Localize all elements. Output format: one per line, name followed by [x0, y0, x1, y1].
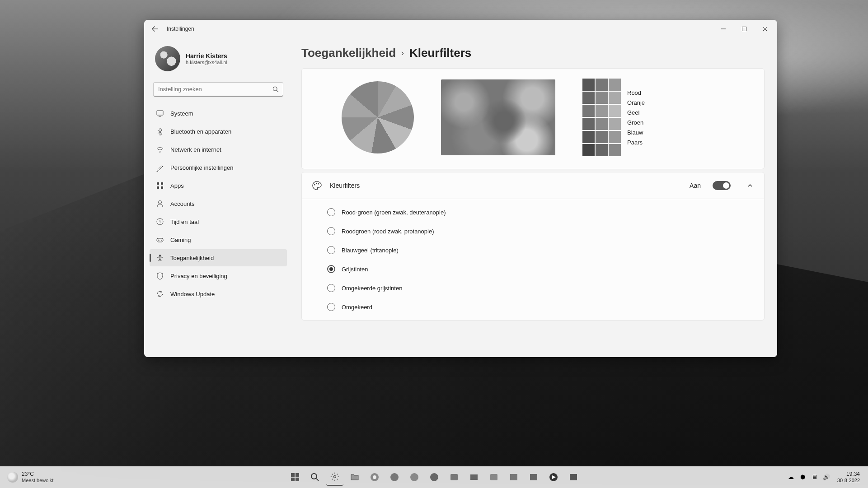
close-button[interactable] [755, 21, 775, 37]
nav-list: SysteemBluetooth en apparatenNetwerk en … [150, 102, 289, 305]
taskbar-app-3[interactable] [465, 469, 483, 486]
tray-network[interactable]: 🖥 [810, 473, 819, 482]
main-content: Toegankelijkheid › Kleurfilters [289, 38, 777, 357]
colorfilter-toggle[interactable] [713, 181, 731, 190]
tray-app[interactable]: ⬢ [798, 473, 807, 482]
filter-option-label: Omgekeerd [342, 304, 372, 311]
taskbar-app-6[interactable] [525, 469, 542, 486]
app-icon [489, 473, 498, 482]
svg-point-2 [273, 87, 277, 91]
svg-point-25 [333, 476, 336, 478]
svg-point-14 [161, 240, 162, 241]
svg-rect-31 [450, 474, 458, 480]
chevron-right-icon: › [401, 48, 404, 58]
color-label: Blauw [627, 129, 645, 136]
search-icon [310, 473, 319, 482]
sidebar-item-shield[interactable]: Privacy en beveiliging [150, 267, 287, 284]
filter-option[interactable]: Grijstinten [302, 260, 764, 279]
app-icon [469, 473, 479, 482]
sidebar-item-clock[interactable]: Tijd en taal [150, 213, 287, 230]
svg-rect-4 [157, 111, 163, 115]
accessibility-icon [156, 254, 164, 262]
bluetooth-icon [156, 127, 164, 135]
svg-point-28 [390, 473, 399, 481]
sidebar-item-label: Netwerk en internet [170, 146, 221, 153]
filter-card: Kleurfilters Aan Rood-groen (groen zwak,… [301, 172, 765, 321]
sidebar-item-wifi[interactable]: Netwerk en internet [150, 141, 287, 158]
clock-time: 19:34 [846, 471, 860, 477]
maximize-button[interactable] [734, 21, 755, 37]
sidebar-item-bluetooth[interactable]: Bluetooth en apparaten [150, 123, 287, 140]
taskbar-app-5[interactable] [505, 469, 522, 486]
taskbar-settings[interactable] [326, 469, 343, 486]
svg-rect-22 [296, 478, 299, 481]
gamepad-icon [156, 236, 164, 244]
taskbar-app-1[interactable] [426, 469, 443, 486]
tray-onedrive[interactable]: ☁ [787, 473, 796, 482]
sidebar-item-accessibility[interactable]: Toegankelijkheid [150, 249, 287, 266]
back-button[interactable] [146, 21, 164, 37]
filter-option-label: Roodgroen (rood zwak, protanopie) [342, 228, 434, 235]
taskbar-app-2[interactable] [446, 469, 463, 486]
start-button[interactable] [286, 469, 304, 486]
settings-window: Instellingen Harrie Kisters h.kisters@xs… [144, 20, 777, 357]
svg-rect-37 [570, 474, 577, 480]
expand-button[interactable] [746, 183, 754, 188]
svg-point-27 [373, 475, 376, 479]
minimize-button[interactable] [713, 21, 734, 37]
filter-option[interactable]: Omgekeerd [302, 297, 764, 316]
tray-volume[interactable]: 🔊 [822, 473, 831, 482]
close-icon [763, 27, 767, 31]
taskbar-chrome[interactable] [366, 469, 383, 486]
window-title: Instellingen [167, 26, 194, 32]
taskbar-search[interactable] [306, 469, 324, 486]
app-icon [529, 473, 538, 482]
taskbar-app-7[interactable] [565, 469, 582, 486]
taskbar-clock[interactable]: 19:34 30-8-2022 [837, 471, 860, 483]
avatar [155, 46, 180, 71]
taskbar-edge[interactable] [386, 469, 403, 486]
svg-rect-10 [161, 186, 163, 189]
person-icon [156, 200, 164, 208]
taskbar-firefox[interactable] [406, 469, 423, 486]
taskbar-media[interactable] [545, 469, 562, 486]
wifi-icon [156, 145, 164, 153]
color-labels: RoodOranjeGeelGroenBlauwPaars [627, 79, 645, 156]
maximize-icon [742, 27, 746, 31]
breadcrumb-parent[interactable]: Toegankelijkheid [301, 46, 396, 60]
sidebar-item-gamepad[interactable]: Gaming [150, 231, 287, 248]
sidebar-item-label: Systeem [170, 110, 193, 117]
search-input[interactable] [153, 82, 283, 97]
profile-block[interactable]: Harrie Kisters h.kisters@xs4all.nl [150, 42, 289, 76]
profile-name: Harrie Kisters [186, 52, 227, 60]
filter-option[interactable]: Rood-groen (groen zwak, deuteranopie) [302, 203, 764, 222]
sidebar-item-monitor[interactable]: Systeem [150, 105, 287, 122]
sidebar-item-apps[interactable]: Apps [150, 177, 287, 194]
taskbar-explorer[interactable] [346, 469, 363, 486]
sidebar-item-label: Bluetooth en apparaten [170, 128, 231, 135]
filter-option-label: Rood-groen (groen zwak, deuteranopie) [342, 209, 446, 216]
svg-rect-9 [157, 186, 159, 189]
preview-card: RoodOranjeGeelGroenBlauwPaars [301, 68, 765, 169]
filter-option-label: Blauwgeel (tritanopie) [342, 247, 399, 254]
taskbar-app-4[interactable] [485, 469, 502, 486]
monitor-icon [156, 109, 164, 117]
arrow-left-icon [152, 26, 158, 32]
sidebar-item-brush[interactable]: Persoonlijke instellingen [150, 159, 287, 176]
svg-point-30 [430, 473, 438, 481]
app-icon [509, 473, 518, 482]
filter-option-label: Grijstinten [342, 266, 368, 273]
system-tray: ☁ ⬢ 🖥 🔊 19:34 30-8-2022 [787, 471, 864, 483]
color-label: Geel [627, 109, 645, 116]
sidebar-item-person[interactable]: Accounts [150, 195, 287, 212]
filter-option[interactable]: Roodgroen (rood zwak, protanopie) [302, 222, 764, 241]
weather-widget[interactable]: 23°C Meest bewolkt [4, 471, 53, 483]
radio-icon [327, 303, 335, 311]
colorfilter-toggle-row: Kleurfilters Aan [302, 172, 764, 199]
sidebar-item-update[interactable]: Windows Update [150, 285, 287, 302]
app-icon [430, 473, 439, 482]
filter-option[interactable]: Omgekeerde grijstinten [302, 279, 764, 297]
svg-rect-7 [157, 182, 159, 185]
svg-rect-20 [296, 473, 299, 477]
filter-option[interactable]: Blauwgeel (tritanopie) [302, 241, 764, 260]
